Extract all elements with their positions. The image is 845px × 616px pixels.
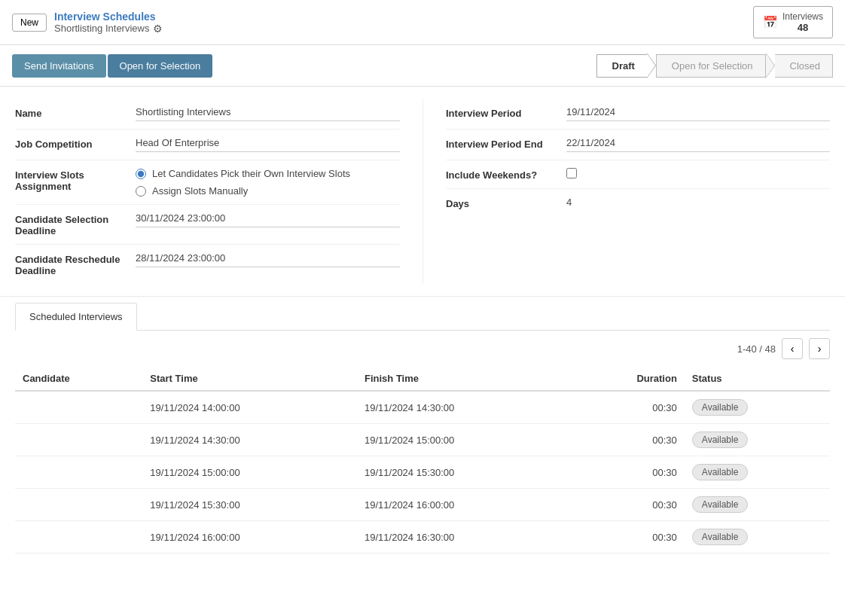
form-right: Interview Period 19/11/2024 Interview Pe… — [422, 99, 830, 284]
cell-start-time-2: 19/11/2024 15:00:00 — [142, 456, 357, 489]
form-grid: Name Shortlisting Interviews Job Competi… — [15, 99, 830, 284]
cell-status-0: Available — [685, 391, 830, 424]
form-section: Name Shortlisting Interviews Job Competi… — [0, 87, 845, 297]
table-row[interactable]: 19/11/2024 14:00:00 19/11/2024 14:30:00 … — [15, 391, 830, 424]
tab-section: Scheduled Interviews — [0, 303, 845, 331]
tabs: Scheduled Interviews — [15, 303, 830, 331]
radio-group: Let Candidates Pick their Own Interview … — [136, 168, 400, 197]
pagination-prev-button[interactable]: ‹ — [782, 338, 803, 359]
interviews-count: 48 — [782, 22, 823, 33]
table-row[interactable]: 19/11/2024 15:00:00 19/11/2024 15:30:00 … — [15, 456, 830, 489]
col-header-status: Status — [685, 367, 830, 391]
open-for-selection-button[interactable]: Open for Selection — [108, 54, 213, 78]
step-arrow-2-inner — [766, 53, 774, 78]
col-header-candidate: Candidate — [15, 367, 142, 391]
cell-start-time-3: 19/11/2024 15:30:00 — [142, 489, 357, 521]
breadcrumb: Interview Schedules Shortlisting Intervi… — [54, 11, 163, 35]
table-row[interactable]: 19/11/2024 16:00:00 19/11/2024 16:30:00 … — [15, 521, 830, 553]
include-weekends-checkbox-label[interactable] — [566, 168, 830, 178]
cell-duration-0: 00:30 — [572, 391, 685, 424]
scheduled-interviews-table: Candidate Start Time Finish Time Duratio… — [15, 367, 830, 553]
status-badge-1: Available — [692, 432, 748, 448]
cell-status-1: Available — [685, 424, 830, 456]
form-row-reschedule-deadline: Candidate Reschedule Deadline 28/11/2024… — [15, 245, 400, 284]
pagination-info: 1-40 / 48 — [737, 343, 776, 355]
cell-start-time-0: 19/11/2024 14:00:00 — [142, 391, 357, 424]
candidate-selection-label-line2: Deadline — [15, 225, 56, 236]
table-header-row: Candidate Start Time Finish Time Duratio… — [15, 367, 830, 391]
interviews-button[interactable]: 📅 Interviews 48 — [753, 6, 833, 38]
new-button[interactable]: New — [12, 14, 47, 32]
form-row-days: Days 4 — [446, 189, 830, 217]
step-arrow-2 — [766, 53, 775, 78]
radio-item-pick-own[interactable]: Let Candidates Pick their Own Interview … — [136, 168, 400, 179]
radio-pick-own-label: Let Candidates Pick their Own Interview … — [152, 168, 350, 179]
slots-value: Let Candidates Pick their Own Interview … — [136, 168, 400, 197]
form-row-selection-deadline: Candidate Selection Deadline 30/11/2024 … — [15, 205, 400, 245]
send-invitations-button[interactable]: Send Invitations — [12, 54, 106, 78]
interview-period-label: Interview Period — [446, 106, 566, 119]
candidate-selection-label: Candidate Selection Deadline — [15, 212, 136, 236]
step-closed[interactable]: Closed — [775, 54, 833, 78]
cell-candidate-0 — [15, 391, 142, 424]
form-row-name: Name Shortlisting Interviews — [15, 99, 400, 130]
col-header-duration: Duration — [572, 367, 685, 391]
candidate-selection-value: 30/11/2024 23:00:00 — [136, 212, 400, 227]
cell-finish-time-3: 19/11/2024 16:00:00 — [357, 489, 572, 521]
col-header-start-time: Start Time — [142, 367, 357, 391]
tab-scheduled-interviews[interactable]: Scheduled Interviews — [15, 303, 137, 331]
days-value: 4 — [566, 197, 830, 208]
interview-period-value: 19/11/2024 — [566, 106, 830, 121]
slots-label-line1: Interview Slots — [15, 169, 84, 181]
table-pagination: 1-40 / 48 ‹ › — [15, 331, 830, 367]
pagination-next-button[interactable]: › — [809, 338, 830, 359]
form-row-interview-period: Interview Period 19/11/2024 — [446, 99, 830, 130]
job-competition-label: Job Competition — [15, 137, 136, 150]
status-badge-2: Available — [692, 464, 748, 480]
status-steps: Draft Open for Selection Closed — [596, 53, 834, 78]
top-bar: New Interview Schedules Shortlisting Int… — [0, 0, 845, 45]
table-row[interactable]: 19/11/2024 14:30:00 19/11/2024 15:00:00 … — [15, 424, 830, 456]
step-arrow-1-inner — [647, 53, 655, 78]
step-open-for-selection[interactable]: Open for Selection — [656, 54, 766, 78]
cell-start-time-4: 19/11/2024 16:00:00 — [142, 521, 357, 553]
action-bar: Send Invitations Open for Selection Draf… — [0, 45, 845, 87]
interviews-label: Interviews — [782, 11, 823, 22]
col-header-finish-time: Finish Time — [357, 367, 572, 391]
cell-finish-time-1: 19/11/2024 15:00:00 — [357, 424, 572, 456]
candidate-reschedule-label: Candidate Reschedule Deadline — [15, 252, 136, 276]
name-label: Name — [15, 106, 136, 119]
breadcrumb-title[interactable]: Interview Schedules — [54, 11, 163, 23]
cell-duration-3: 00:30 — [572, 489, 685, 521]
status-badge-3: Available — [692, 496, 748, 513]
candidate-reschedule-label-line2: Deadline — [15, 265, 56, 276]
step-draft[interactable]: Draft — [596, 54, 647, 78]
radio-item-assign-manual[interactable]: Assign Slots Manually — [136, 185, 400, 197]
cell-status-4: Available — [685, 521, 830, 553]
status-badge-4: Available — [692, 529, 748, 545]
breadcrumb-sub-text: Shortlisting Interviews — [54, 23, 149, 34]
cell-candidate-3 — [15, 489, 142, 521]
slots-label-line2: Assignment — [15, 181, 71, 192]
form-row-job: Job Competition Head Of Enterprise — [15, 130, 400, 160]
cell-duration-2: 00:30 — [572, 456, 685, 489]
radio-pick-own[interactable] — [136, 169, 146, 179]
interviews-info: Interviews 48 — [782, 11, 823, 33]
candidate-selection-label-line1: Candidate Selection — [15, 214, 108, 225]
include-weekends-label: Include Weekends? — [446, 168, 566, 181]
form-row-include-weekends: Include Weekends? — [446, 160, 830, 189]
cell-start-time-1: 19/11/2024 14:30:00 — [142, 424, 357, 456]
candidate-reschedule-value: 28/11/2024 23:00:00 — [136, 252, 400, 267]
include-weekends-checkbox[interactable] — [566, 168, 577, 178]
top-bar-left: New Interview Schedules Shortlisting Int… — [12, 11, 163, 35]
gear-icon[interactable]: ⚙ — [153, 23, 163, 35]
cell-candidate-4 — [15, 521, 142, 553]
status-badge-0: Available — [692, 399, 748, 416]
include-weekends-value — [566, 168, 830, 178]
cell-duration-4: 00:30 — [572, 521, 685, 553]
radio-assign-manual[interactable] — [136, 186, 146, 197]
table-row[interactable]: 19/11/2024 15:30:00 19/11/2024 16:00:00 … — [15, 489, 830, 521]
form-row-interview-period-end: Interview Period End 22/11/2024 — [446, 130, 830, 160]
cell-candidate-2 — [15, 456, 142, 489]
slots-label: Interview Slots Assignment — [15, 168, 136, 192]
